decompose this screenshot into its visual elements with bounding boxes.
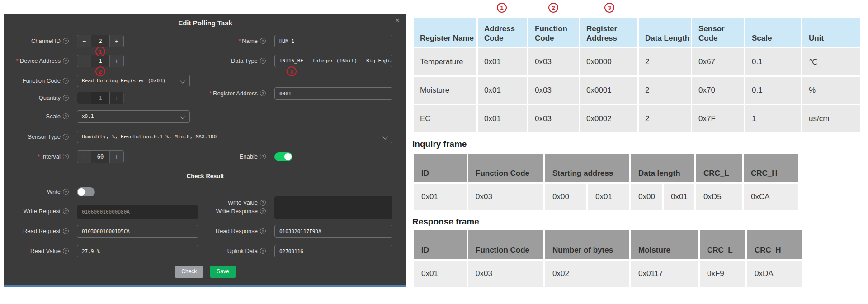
scale-select[interactable]: x0.1 <box>77 110 190 123</box>
table-cell: 0.1 <box>745 48 802 76</box>
table-cell: 0x02 <box>544 260 630 288</box>
function-code-select[interactable]: Read Holding Register (0x03) <box>77 75 190 87</box>
help-icon: ? <box>63 154 69 159</box>
help-icon: ? <box>63 78 69 84</box>
edit-polling-task-dialog: Edit Polling Task ✕ Channel ID? − 2 + *N… <box>4 14 406 287</box>
column-header-function-code: Function Code <box>467 229 544 260</box>
inquiry-frame-header-row: ID Function Code Starting address Data l… <box>413 153 799 183</box>
help-icon: ? <box>260 248 266 254</box>
function-code-label: Function Code? <box>4 75 69 87</box>
name-label: *Name? <box>194 35 266 47</box>
row-sensor-type: Sensor Type? Humidity, %, Resolution:0.1… <box>4 131 406 143</box>
annotation-circle-2: 2 <box>548 3 558 13</box>
write-response-input <box>274 205 392 219</box>
table-cell: % <box>802 76 861 105</box>
minus-button[interactable]: − <box>77 151 91 163</box>
read-response-label: Read Response? <box>194 225 266 238</box>
chevron-down-icon <box>382 134 387 139</box>
minus-button[interactable]: − <box>77 55 91 67</box>
table-cell: 0xCA <box>743 183 799 211</box>
table-cell: EC <box>413 105 477 133</box>
table-cell: 0.1 <box>745 76 802 105</box>
row-channel-id: Channel ID? − 2 + *Name? <box>4 35 406 47</box>
help-icon: ? <box>63 248 69 254</box>
table-cell: us/cm <box>802 105 861 133</box>
uplink-data-label: Uplink Data? <box>194 245 266 257</box>
dialog-actions: Check Save <box>4 266 406 278</box>
register-table-header-row: Register Name Address Code Function Code… <box>413 17 861 48</box>
table-cell: Moisture <box>413 76 477 105</box>
save-button[interactable]: Save <box>210 266 236 278</box>
table-cell: 0x03 <box>467 260 544 288</box>
column-header-unit: Unit <box>802 17 861 48</box>
table-cell: 0x01 <box>477 76 528 105</box>
help-icon: ? <box>63 134 69 140</box>
enable-label: Enable? <box>194 150 266 163</box>
chevron-down-icon <box>180 114 185 119</box>
minus-button[interactable]: − <box>77 35 91 47</box>
table-cell: 0x7F <box>692 105 745 133</box>
row-write: Write? Write Value? <box>4 186 406 198</box>
table-cell: Temperature <box>413 48 477 76</box>
uplink-data-input[interactable] <box>274 245 392 257</box>
quantity-value: 1 <box>91 92 109 104</box>
column-header-register-address: Register Address <box>580 17 638 48</box>
table-cell: 0x0117 <box>630 260 699 288</box>
minus-button: − <box>77 92 91 104</box>
sensor-type-select[interactable]: Humidity, %, Resolution:0.1 %, Min:0, MA… <box>77 131 392 143</box>
write-toggle[interactable] <box>77 187 95 196</box>
channel-id-value[interactable]: 2 <box>91 35 109 47</box>
close-icon[interactable]: ✕ <box>395 17 400 23</box>
channel-id-label: Channel ID? <box>4 35 69 47</box>
read-request-input[interactable] <box>77 225 198 238</box>
column-header-function-code: Function Code <box>467 153 544 183</box>
data-type-select[interactable]: INT16_BE - Integer (16bit) - Big-Endian <box>274 55 392 67</box>
name-input[interactable] <box>274 35 392 47</box>
response-frame-heading: Response frame <box>412 217 479 227</box>
read-value-input[interactable] <box>77 245 198 257</box>
table-cell: 0x0000 <box>580 48 638 76</box>
column-header-crc-h: CRC_H <box>743 153 799 183</box>
column-header-crc-l: CRC_L <box>699 229 746 260</box>
check-result-title: Check Result <box>187 173 224 179</box>
inquiry-frame-heading: Inquiry frame <box>412 139 467 149</box>
table-cell: 0x0001 <box>580 76 638 105</box>
check-result-divider: Check Result <box>14 173 396 179</box>
column-header-data-length: Data length <box>630 153 695 183</box>
table-row-ec: EC 0x01 0x03 0x0002 2 0x7F 1 us/cm <box>413 105 861 133</box>
read-response-input[interactable] <box>274 225 392 238</box>
help-icon: ? <box>63 95 69 101</box>
plus-button[interactable]: + <box>109 55 123 67</box>
device-address-value[interactable]: 1 <box>91 55 109 67</box>
annotation-circle-3: 3 <box>604 3 614 13</box>
check-button[interactable]: Check <box>175 266 203 278</box>
table-cell: 0x01 <box>477 48 528 76</box>
column-header-crc-h: CRC_H <box>746 229 803 260</box>
column-header-starting-address: Starting address <box>544 153 630 183</box>
row-scale: Scale? x0.1 <box>4 110 406 123</box>
interval-label: *Interval? <box>4 150 69 163</box>
help-icon: ? <box>260 208 266 214</box>
device-address-stepper: − 1 + <box>77 55 124 67</box>
write-label: Write? <box>4 186 69 198</box>
enable-toggle[interactable] <box>274 152 292 161</box>
inquiry-frame-table: ID Function Code Starting address Data l… <box>412 152 800 212</box>
table-cell: 0x01 <box>413 183 467 211</box>
plus-button[interactable]: + <box>109 35 123 47</box>
data-type-label: Data Type? <box>194 55 266 67</box>
read-value-label: Read Value? <box>4 245 69 257</box>
row-interval-enable: *Interval? − 60 + Enable? <box>4 150 406 163</box>
interval-value[interactable]: 60 <box>91 151 109 163</box>
column-header-scale: Scale <box>745 17 802 48</box>
annotation-circle-1: 1 <box>95 47 105 56</box>
row-device-address: *Device Address? − 1 + Data Type? INT16_… <box>4 55 406 67</box>
table-cell: ℃ <box>802 48 861 76</box>
column-header-sensor-code: Sensor Code <box>692 17 745 48</box>
table-cell: 0x70 <box>692 76 745 105</box>
table-cell: 2 <box>638 105 692 133</box>
column-header-id: ID <box>413 229 467 260</box>
table-cell: 0x03 <box>467 183 544 211</box>
plus-button[interactable]: + <box>109 151 123 163</box>
column-header-data-length: Data Length <box>638 17 692 48</box>
annotation-circle-1: 1 <box>497 3 507 13</box>
